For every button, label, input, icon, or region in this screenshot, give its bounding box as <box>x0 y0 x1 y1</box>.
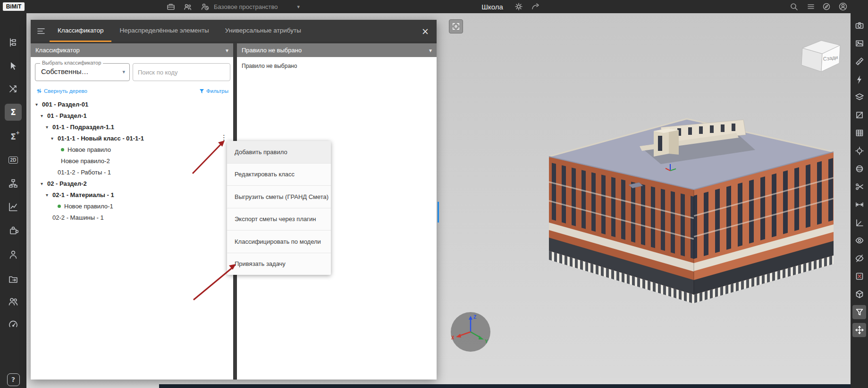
caret-down-icon[interactable]: ▾ <box>35 102 42 107</box>
share-icon[interactable] <box>531 2 540 11</box>
classifier-tree: ▾ 001 - Раздел-01 ▾ 01 - Раздел-1 ▾ 01-1… <box>31 99 233 223</box>
menu-item-classify-by-model[interactable]: Классифицировать по модели <box>227 230 331 253</box>
camera-icon[interactable] <box>852 18 866 33</box>
eye-off-icon[interactable] <box>852 251 866 265</box>
user-icon[interactable] <box>5 246 22 263</box>
team-icon[interactable] <box>5 293 22 310</box>
connections-icon[interactable] <box>5 81 22 98</box>
tree-item[interactable]: ▾ 001 - Раздел-01 <box>31 99 233 110</box>
gauge-icon[interactable] <box>5 316 22 333</box>
collapse-tree-link[interactable]: Свернуть дерево <box>36 88 87 94</box>
navigation-gizmo[interactable]: Z X Y <box>450 311 491 353</box>
sphere-icon[interactable] <box>852 162 866 176</box>
sum-classifier-icon[interactable]: Σ <box>5 104 22 121</box>
compass-icon[interactable] <box>822 2 831 11</box>
rule-dot-icon <box>61 148 64 151</box>
axis-x-label: X <box>451 335 455 340</box>
tree-item[interactable]: ▾ 01-1 - Подраздел-1.1 <box>31 121 233 132</box>
tab-classifier[interactable]: Классификатор <box>50 20 111 42</box>
toolbox-icon[interactable] <box>166 2 176 11</box>
tab-universal-attributes[interactable]: Универсальные атрибуты <box>217 20 309 42</box>
section-icon[interactable] <box>852 108 866 122</box>
tree-item-selected[interactable]: ▾ 01-1-1 - Новый класс - 01-1-1 ⋮ <box>31 132 233 144</box>
kebab-menu-icon[interactable]: ⋮ <box>220 133 228 142</box>
flash-icon[interactable] <box>852 72 866 86</box>
menu-item-export-grand-smeta[interactable]: Выгрузить сметы (ГРАНД Смета) <box>227 185 331 208</box>
filter-icon <box>199 89 204 94</box>
workspace-dropdown-label: Базовое пространство <box>214 3 278 10</box>
account-icon[interactable] <box>838 2 848 11</box>
building-model <box>519 113 850 321</box>
chart-icon[interactable] <box>5 198 22 215</box>
hierarchy-icon[interactable] <box>5 175 22 192</box>
scrollbar-thumb[interactable] <box>438 202 439 223</box>
caret-down-icon[interactable]: ▾ <box>46 124 52 130</box>
tree-item-label: 01-1-2 - Работы - 1 <box>58 169 111 176</box>
tree-item[interactable]: ▾ 02-1 - Материалы - 1 <box>31 189 233 200</box>
eye-icon[interactable] <box>852 233 866 248</box>
tree-item[interactable]: Новое правило-1 <box>31 200 233 212</box>
code-search-input[interactable] <box>133 64 230 81</box>
ruler-icon[interactable] <box>852 54 866 68</box>
tree-item-label: 01-1 - Подраздел-1.1 <box>52 124 114 131</box>
menu-item-add-rule[interactable]: Добавить правило <box>227 141 331 163</box>
chevron-down-icon[interactable]: ▾ <box>226 47 228 54</box>
project-title: Школа <box>481 3 503 11</box>
caret-down-icon[interactable]: ▾ <box>51 136 58 141</box>
help-icon[interactable]: ? <box>5 371 22 388</box>
filter-icon[interactable] <box>852 305 866 319</box>
app-logo: BiMiT <box>3 2 25 11</box>
table-icon[interactable] <box>852 126 866 140</box>
tree-item[interactable]: Новое правило <box>31 144 233 155</box>
structure-icon[interactable] <box>5 34 22 51</box>
filters-link[interactable]: Фильтры <box>199 88 228 94</box>
caret-down-icon[interactable]: ▾ <box>46 192 52 198</box>
layers-icon[interactable] <box>852 90 866 104</box>
tree-item[interactable]: Новое правило-2 <box>31 155 233 166</box>
tree-item[interactable]: ▾ 01 - Раздел-1 <box>31 110 233 121</box>
plugin-puzzle-icon[interactable] <box>5 222 22 239</box>
top-bar: BiMiT Базовое пространство ▾ Школа <box>0 0 868 13</box>
scissors-icon[interactable] <box>852 180 866 194</box>
rule-empty-text: Правило не выбрано <box>242 63 297 69</box>
sum-plus-icon[interactable]: Σ+ <box>5 128 22 145</box>
menu-item-edit-class[interactable]: Редактировать класс <box>227 163 331 186</box>
tab-unallocated-elements[interactable]: Нераспределённые элементы <box>111 20 217 42</box>
menu-list-icon[interactable] <box>806 2 816 11</box>
code-search-field <box>133 63 230 81</box>
classifier-panel-header[interactable]: Классификатор ▾ <box>31 43 233 57</box>
2d-view-icon[interactable]: 2D <box>5 151 22 168</box>
axes-icon[interactable] <box>852 215 866 230</box>
locate-icon[interactable] <box>852 144 866 158</box>
caret-down-icon[interactable]: ▾ <box>41 113 47 118</box>
tree-item-label: 01 - Раздел-1 <box>47 112 87 119</box>
move-gizmo-icon[interactable] <box>852 323 866 337</box>
classifier-select[interactable]: Выбрать классификатор Собственны… ▾ <box>35 63 130 81</box>
view-cube[interactable]: Сзади <box>797 36 846 77</box>
context-menu: Добавить правило Редактировать класс Выг… <box>227 141 331 275</box>
axis-z-label: Z <box>473 314 476 320</box>
tree-item[interactable]: 02-2 - Машины - 1 <box>31 212 233 223</box>
search-icon[interactable] <box>789 2 799 11</box>
dimension-icon[interactable] <box>852 198 866 212</box>
cube-icon[interactable] <box>852 287 866 301</box>
caret-down-icon[interactable]: ▾ <box>41 181 47 186</box>
delete-box-icon[interactable] <box>852 269 866 283</box>
viewport-focus-icon[interactable] <box>449 19 463 33</box>
menu-item-bind-task[interactable]: Привязать задачу <box>227 253 331 275</box>
export-folder-icon[interactable] <box>5 271 22 288</box>
close-icon[interactable]: × <box>414 20 437 42</box>
panel-menu-icon[interactable] <box>31 20 50 42</box>
image-icon[interactable] <box>852 36 866 50</box>
rule-panel-header[interactable]: Правило не выбрано ▾ <box>237 43 437 57</box>
tree-item[interactable]: ▾ 02 - Раздел-2 <box>31 178 233 189</box>
settings-gear-icon[interactable] <box>514 2 523 11</box>
users-icon[interactable] <box>183 2 193 11</box>
select-cursor-icon[interactable] <box>5 58 22 74</box>
user-history-icon[interactable] <box>200 2 210 11</box>
chevron-down-icon[interactable]: ▾ <box>429 47 432 54</box>
menu-item-export-plugin[interactable]: Экспорт сметы через плагин <box>227 208 331 231</box>
collapse-arrows-icon <box>36 88 42 94</box>
workspace-dropdown[interactable]: Базовое пространство ▾ <box>214 0 300 13</box>
tree-item[interactable]: 01-1-2 - Работы - 1 <box>31 166 233 178</box>
